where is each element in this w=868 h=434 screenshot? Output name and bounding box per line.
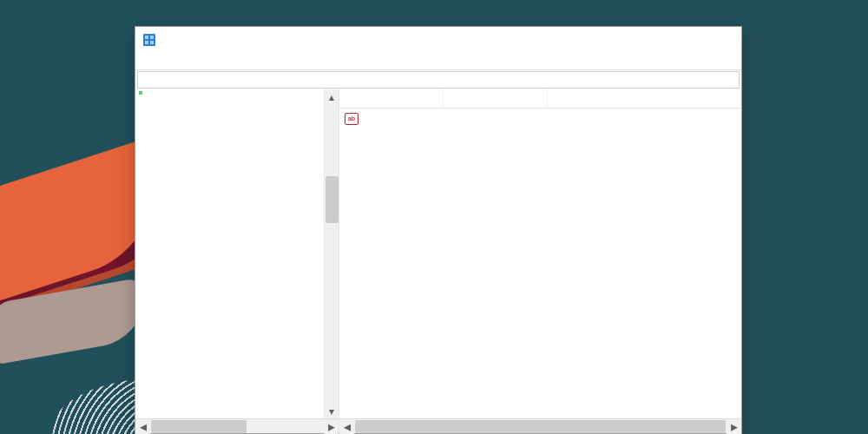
values-pane: ab ◂ ▸ <box>339 89 741 433</box>
menubar <box>135 53 741 70</box>
maximize-button[interactable] <box>661 27 701 53</box>
tree-pane: ▴ ▾ ◂ ▸ <box>135 89 339 433</box>
scroll-right-icon[interactable]: ▸ <box>727 419 741 434</box>
h-scroll-thumb[interactable] <box>355 420 726 433</box>
registry-editor-window: ▴ ▾ ◂ ▸ <box>135 26 742 434</box>
svg-rect-4 <box>150 41 154 44</box>
list-header[interactable] <box>339 89 741 108</box>
svg-rect-1 <box>145 36 148 39</box>
highlight-box <box>139 91 142 95</box>
list-horizontal-scrollbar[interactable]: ◂ ▸ <box>339 418 741 433</box>
menu-edit[interactable] <box>155 61 165 62</box>
svg-rect-3 <box>145 41 148 44</box>
col-type[interactable] <box>444 89 548 108</box>
minimize-button[interactable] <box>621 27 661 53</box>
tree-vertical-scrollbar[interactable]: ▴ ▾ <box>324 89 339 418</box>
titlebar[interactable] <box>135 27 741 53</box>
menu-help[interactable] <box>196 61 207 62</box>
list-body[interactable]: ab <box>339 108 741 418</box>
scroll-left-icon[interactable]: ◂ <box>339 419 354 434</box>
h-scroll-thumb[interactable] <box>151 420 247 433</box>
tree-scroll[interactable]: ▴ ▾ <box>135 89 339 418</box>
scroll-up-icon[interactable]: ▴ <box>325 89 339 104</box>
regedit-icon <box>142 33 156 47</box>
col-name[interactable] <box>339 89 444 108</box>
menu-favorites[interactable] <box>182 61 193 62</box>
tree-horizontal-scrollbar[interactable]: ◂ ▸ <box>135 418 339 433</box>
scroll-left-icon[interactable]: ◂ <box>135 419 150 434</box>
close-button[interactable] <box>701 27 741 53</box>
list-row[interactable]: ab <box>339 110 741 126</box>
menu-view[interactable] <box>168 61 179 62</box>
address-bar[interactable] <box>137 71 740 89</box>
scroll-right-icon[interactable]: ▸ <box>324 419 339 434</box>
menu-file[interactable] <box>141 61 151 62</box>
string-value-icon: ab <box>345 113 358 125</box>
scroll-down-icon[interactable]: ▾ <box>325 404 339 418</box>
svg-rect-2 <box>150 36 154 39</box>
scroll-thumb[interactable] <box>326 176 339 223</box>
col-data[interactable] <box>548 89 741 108</box>
